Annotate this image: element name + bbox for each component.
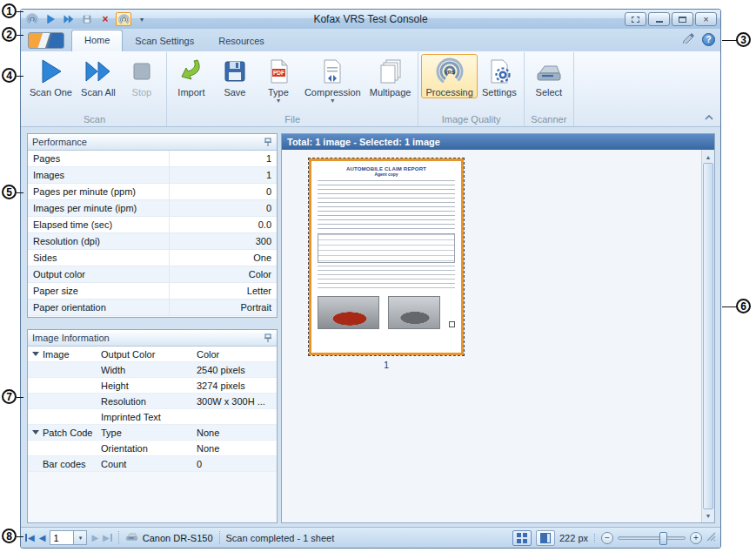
screenshot-page: Kofax VRS Test Console × ▾ — [0, 0, 756, 559]
selected-thumbnail[interactable]: AUTOMOBILE CLAIM REPORT Agent copy — [308, 158, 465, 356]
tab-home[interactable]: Home — [71, 30, 123, 51]
minus-icon: − — [605, 533, 610, 542]
settings-gear-icon — [485, 57, 513, 85]
table-row: Bar codesCount0 — [28, 456, 277, 472]
scrollbar-thumb[interactable] — [703, 163, 713, 509]
chevron-up-icon — [705, 115, 713, 121]
previous-page-button[interactable]: ◀ — [39, 533, 46, 542]
page-number-input[interactable] — [50, 530, 74, 545]
next-page-icon: ▶ — [91, 533, 98, 542]
scan-one-quick-button[interactable] — [43, 12, 58, 26]
left-panel-column: Performance Pages1 Images1 Pages per min… — [27, 133, 278, 523]
fast-forward-icon — [84, 57, 112, 85]
zoom-out-button[interactable]: − — [601, 532, 613, 544]
chevron-down-icon: ▾ — [331, 98, 334, 104]
status-bar-right: 222 px − + — [512, 530, 716, 546]
callout-line — [17, 536, 23, 537]
compression-button[interactable]: Compression ▾ — [300, 54, 365, 104]
resize-grip[interactable] — [706, 532, 716, 543]
table-row[interactable]: ImageOutput ColorColor — [28, 347, 277, 362]
vrs-toggle-button[interactable] — [116, 12, 131, 26]
first-page-button[interactable]: ◀ — [25, 533, 35, 542]
svg-text:VRS: VRS — [444, 70, 454, 75]
scanner-icon — [535, 57, 563, 85]
play-icon — [37, 57, 64, 85]
pdf-file-icon: PDF — [264, 57, 292, 85]
delete-icon: × — [102, 14, 108, 24]
status-text: Scan completed - 1 sheet — [226, 533, 335, 543]
scan-all-button[interactable]: Scan All — [77, 54, 120, 98]
pencil-icon[interactable] — [682, 31, 696, 47]
vrs-app-icon — [24, 12, 40, 26]
help-button[interactable]: ? — [702, 33, 715, 46]
table-row: Elapsed time (sec)0.0 — [28, 217, 277, 233]
ribbon: Scan One Scan All Stop Scan — [21, 51, 720, 127]
page-number-box: ▾ — [50, 530, 87, 545]
processing-button[interactable]: VRS Processing — [421, 54, 477, 98]
tab-resources[interactable]: Resources — [206, 31, 277, 51]
table-row: Pages per minute (ppm)0 — [28, 184, 277, 200]
ribbon-tab-row: Home Scan Settings Resources ? — [21, 29, 720, 51]
select-scanner-button[interactable]: Select — [527, 54, 571, 98]
image-information-panel: Image Information ImageOutput ColorColor… — [27, 329, 278, 523]
zoom-slider[interactable] — [618, 536, 686, 540]
scan-one-button[interactable]: Scan One — [25, 54, 77, 98]
thumbnail-view-button[interactable] — [512, 530, 532, 546]
performance-panel-header: Performance — [28, 134, 277, 151]
minimize-button[interactable] — [648, 12, 670, 26]
import-arrow-icon — [177, 57, 205, 85]
image-viewer: Total: 1 image - Selected: 1 image AUTOM… — [281, 133, 715, 523]
page-number-dropdown[interactable]: ▾ — [74, 530, 87, 545]
separator — [118, 531, 119, 544]
detail-view-button[interactable] — [536, 530, 555, 546]
pin-icon[interactable] — [264, 333, 272, 343]
pin-icon[interactable] — [264, 138, 272, 147]
group-label-file: File — [170, 111, 416, 126]
stop-button[interactable]: Stop — [120, 54, 164, 98]
grid-view-icon — [517, 533, 527, 543]
save-button[interactable]: Save — [213, 54, 257, 98]
table-row: Pages1 — [28, 151, 277, 167]
kofax-app-button[interactable] — [28, 32, 64, 49]
scanner-name: Canon DR-S150 — [143, 533, 213, 543]
close-button[interactable]: × — [695, 12, 717, 26]
document-form-lines — [318, 266, 455, 292]
maximize-button[interactable] — [672, 12, 693, 26]
last-page-button[interactable]: ▶ — [103, 533, 112, 542]
image-information-table: ImageOutput ColorColor Width2540 pixels … — [28, 347, 277, 522]
multipage-icon — [377, 57, 405, 85]
import-button[interactable]: Import — [170, 54, 213, 98]
delete-quick-button[interactable]: × — [97, 12, 113, 26]
expander-icon[interactable] — [32, 430, 39, 434]
table-row: Resolution300W x 300H ... — [28, 394, 277, 409]
table-row: SidesOne — [28, 250, 277, 266]
type-button[interactable]: PDF Type ▾ — [257, 54, 300, 104]
viewer-scrollbar[interactable]: ▲ ▼ — [701, 150, 714, 522]
minimize-icon — [656, 21, 663, 23]
settings-label: Settings — [482, 87, 517, 98]
layout-window-button[interactable] — [625, 12, 646, 26]
table-row[interactable]: Patch CodeTypeNone — [28, 425, 277, 441]
save-quick-button[interactable] — [79, 12, 95, 26]
quick-access-toolbar: × ▾ — [24, 12, 150, 26]
separator — [219, 531, 220, 544]
expander-icon[interactable] — [32, 352, 39, 356]
settings-button[interactable]: Settings — [478, 54, 521, 98]
multipage-button[interactable]: Multipage — [365, 54, 416, 98]
collapse-ribbon-button[interactable] — [703, 113, 715, 123]
callout-1: 1 — [2, 3, 17, 18]
group-label-image-quality: Image Quality — [421, 111, 520, 126]
tab-scan-settings[interactable]: Scan Settings — [123, 31, 206, 51]
multipage-label: Multipage — [370, 87, 411, 98]
stop-label: Stop — [132, 87, 152, 98]
scroll-up-arrow[interactable]: ▲ — [702, 151, 714, 163]
scan-all-quick-button[interactable] — [61, 12, 77, 26]
next-page-button[interactable]: ▶ — [91, 533, 98, 542]
qat-customize-button[interactable]: ▾ — [134, 12, 150, 26]
scroll-down-arrow[interactable]: ▼ — [702, 509, 714, 522]
status-bar: ◀ ◀ ▾ ▶ ▶ Canon DR-S150 Scan completed -… — [21, 527, 720, 548]
bar-icon — [110, 534, 112, 542]
zoom-slider-knob[interactable] — [659, 532, 667, 545]
zoom-in-button[interactable]: + — [690, 532, 702, 544]
document-subtitle: Agent copy — [318, 172, 455, 177]
